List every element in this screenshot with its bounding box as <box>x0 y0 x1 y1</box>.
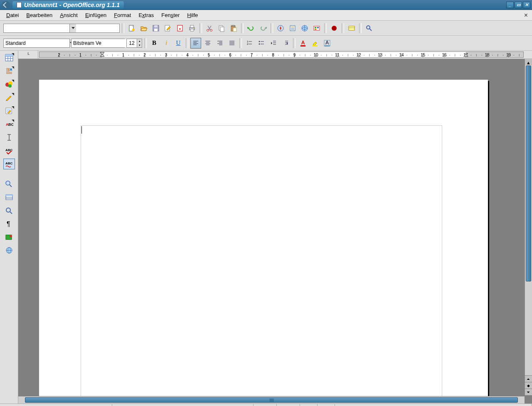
insert-fields-button[interactable] <box>3 66 15 76</box>
menu-ansicht[interactable]: Ansicht <box>56 11 81 19</box>
menu-fenster[interactable]: Fenster <box>158 11 183 19</box>
numbered-list-button[interactable]: 12 <box>244 38 255 49</box>
svg-text:▲: ▲ <box>179 27 182 30</box>
find-replace-button[interactable] <box>3 179 15 189</box>
ruler-row: └ 2112345678910111213141516171819 <box>18 51 532 59</box>
italic-button[interactable]: i <box>161 38 172 49</box>
stylist-button[interactable] <box>287 23 298 34</box>
ruler-corner[interactable]: └ <box>18 51 38 59</box>
datasources-button[interactable] <box>346 23 357 34</box>
svg-point-89 <box>6 181 10 185</box>
save-button[interactable] <box>150 23 161 34</box>
online-layout-button[interactable] <box>3 245 15 256</box>
find-button[interactable] <box>364 23 374 34</box>
right-indent-marker[interactable] <box>463 53 468 58</box>
font-size-spinner[interactable]: ▴▾ <box>126 39 142 48</box>
app-menu-button[interactable] <box>2 1 10 9</box>
menubar: Datei Bearbeiten Ansicht Einfügen Format… <box>0 10 532 21</box>
insert-object-button[interactable] <box>3 79 15 90</box>
font-name-combo[interactable] <box>71 39 125 48</box>
svg-rect-67 <box>313 45 318 46</box>
align-left-button[interactable] <box>190 38 201 49</box>
paste-button[interactable] <box>228 23 239 34</box>
spellcheck-button[interactable]: ABC <box>3 145 15 156</box>
horizontal-scrollbar[interactable] <box>18 396 525 404</box>
menu-format[interactable]: Format <box>110 11 135 19</box>
menu-hilfe[interactable]: Hilfe <box>183 11 202 19</box>
gallery-button[interactable] <box>311 23 322 34</box>
close-button[interactable]: ✕ <box>523 2 530 8</box>
font-size-down[interactable]: ▾ <box>137 43 142 47</box>
vscroll-thumb[interactable] <box>526 66 531 281</box>
new-button[interactable] <box>126 23 137 34</box>
form-functions-button[interactable] <box>3 105 15 116</box>
menu-datei[interactable]: Datei <box>2 11 22 19</box>
svg-rect-28 <box>317 27 319 28</box>
url-dropdown[interactable] <box>69 24 76 32</box>
nonprinting-chars-button[interactable]: ¶ <box>3 218 15 229</box>
font-color-button[interactable]: A <box>298 38 308 49</box>
undo-button[interactable] <box>246 23 256 34</box>
vertical-scrollbar[interactable]: ▴ ▾ ⏶ ◆ ⏷ <box>525 59 532 395</box>
font-size-up[interactable]: ▴ <box>137 39 142 43</box>
open-button[interactable] <box>138 23 149 34</box>
underline-button[interactable]: U <box>173 38 184 49</box>
bold-button[interactable]: B <box>149 38 160 49</box>
status-hyphenation[interactable]: HYP <box>318 404 335 406</box>
minimize-button[interactable]: _ <box>506 2 514 8</box>
close-document-button[interactable]: × <box>522 12 530 19</box>
paragraph-style-combo[interactable] <box>3 39 70 48</box>
status-insert-mode[interactable]: EINFG <box>277 404 300 406</box>
document-canvas[interactable]: ▴ ▾ ⏶ ◆ ⏷ <box>18 59 532 404</box>
background-color-button[interactable]: A <box>322 38 332 49</box>
align-justify-button[interactable] <box>227 38 237 49</box>
graphics-button[interactable] <box>3 232 15 242</box>
align-right-button[interactable] <box>214 38 225 49</box>
export-pdf-button[interactable]: ▲ <box>175 23 185 34</box>
increase-indent-button[interactable] <box>280 38 291 49</box>
left-indent-marker[interactable] <box>100 53 105 58</box>
direct-cursor-button[interactable] <box>3 132 15 143</box>
draw-functions-button[interactable] <box>3 92 15 103</box>
menu-einfuegen[interactable]: Einfügen <box>81 11 110 19</box>
copy-button[interactable] <box>216 23 227 34</box>
horizontal-ruler[interactable]: 2112345678910111213141516171819 <box>39 51 524 58</box>
svg-rect-27 <box>315 27 316 28</box>
status-selection-mode[interactable]: STD <box>300 404 318 406</box>
record-macro-button[interactable] <box>329 23 340 34</box>
scroll-up-button[interactable]: ▴ <box>525 59 532 66</box>
decrease-indent-button[interactable] <box>268 38 279 49</box>
print-button[interactable] <box>187 23 197 34</box>
menu-bearbeiten[interactable]: Bearbeiten <box>22 11 56 19</box>
status-zoom[interactable]: 124% <box>254 404 277 406</box>
cut-button[interactable] <box>204 23 215 34</box>
insert-table-button[interactable] <box>3 52 15 63</box>
highlight-button[interactable] <box>310 38 320 49</box>
edit-button[interactable] <box>163 23 173 34</box>
next-page-button[interactable]: ⏷ <box>525 389 532 395</box>
bullet-list-button[interactable] <box>256 38 267 49</box>
prev-page-button[interactable]: ⏶ <box>525 375 532 382</box>
hyperlink-button[interactable] <box>299 23 310 34</box>
svg-text:1: 1 <box>79 53 82 57</box>
zoom-button[interactable] <box>3 205 15 216</box>
navigation-button[interactable]: ◆ <box>525 382 532 389</box>
align-center-button[interactable] <box>202 38 213 49</box>
status-style[interactable]: Standard <box>112 404 254 406</box>
redo-button[interactable] <box>258 23 268 34</box>
autotext-button[interactable]: ABC <box>3 119 15 130</box>
hscroll-thumb[interactable] <box>25 397 518 403</box>
url-input[interactable] <box>4 24 69 32</box>
status-page[interactable]: Seite 1 / 1 <box>0 404 112 406</box>
paragraph-style-input[interactable] <box>4 39 69 47</box>
page[interactable] <box>39 80 488 404</box>
auto-spellcheck-button[interactable]: ABC <box>3 159 15 169</box>
svg-text:1: 1 <box>122 53 125 57</box>
font-size-input[interactable] <box>127 39 137 47</box>
menu-extras[interactable]: Extras <box>135 11 158 19</box>
data-sources-button[interactable] <box>3 192 15 203</box>
maximize-button[interactable]: ▭ <box>515 2 522 8</box>
svg-text:A: A <box>325 40 329 46</box>
navigator-button[interactable] <box>275 23 286 34</box>
url-combo[interactable] <box>3 24 120 33</box>
